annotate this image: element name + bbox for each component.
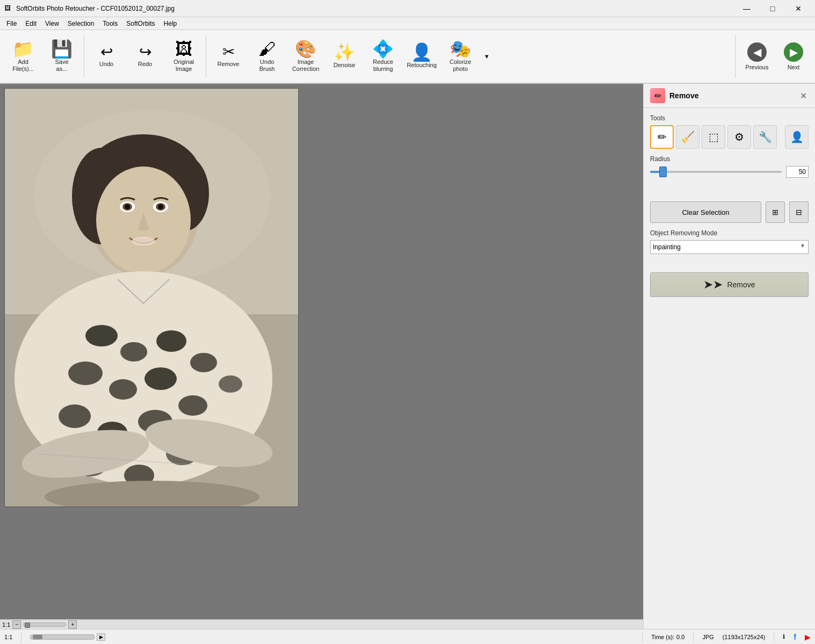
redo-label: Redo bbox=[138, 61, 152, 68]
toolbox-body: Tools ✏ 🧹 ⬚ ⚙ 🔧 👤 Radius bbox=[644, 108, 815, 303]
radius-row: 50 bbox=[650, 166, 809, 178]
tools-section-label: Tools bbox=[650, 114, 809, 122]
retouching-label: Retouching bbox=[407, 62, 437, 69]
more-tools-button[interactable]: ▼ bbox=[480, 33, 493, 80]
radius-input[interactable]: 50 bbox=[786, 166, 809, 178]
colorize-photo-button[interactable]: 🎭 Colorizephoto bbox=[442, 33, 479, 80]
undo-label: Undo bbox=[99, 61, 113, 68]
close-button[interactable]: ✕ bbox=[786, 0, 811, 17]
add-files-button[interactable]: 📁 AddFile(s)... bbox=[4, 33, 42, 80]
info-status[interactable]: ℹ bbox=[783, 633, 785, 640]
h-scrollbar-thumb[interactable] bbox=[33, 635, 42, 639]
maximize-button[interactable]: □ bbox=[760, 0, 785, 17]
zoom-slider-thumb[interactable] bbox=[25, 623, 30, 628]
svg-point-28 bbox=[178, 395, 207, 416]
denoise-label: Denoise bbox=[334, 62, 355, 69]
radius-slider[interactable] bbox=[650, 167, 782, 177]
menu-tools[interactable]: Tools bbox=[98, 18, 122, 30]
redo-button[interactable]: ↪ Redo bbox=[126, 33, 164, 80]
previous-icon: ◀ bbox=[747, 42, 767, 62]
zoom-slider-track[interactable] bbox=[23, 623, 66, 627]
zoom-value: 1:1 bbox=[2, 621, 10, 628]
toolbox-title-row: ✏ Remove bbox=[650, 88, 698, 103]
image-correction-button[interactable]: 🎨 ImageCorrection bbox=[287, 33, 324, 80]
menu-softorbits[interactable]: SoftOrbits bbox=[122, 18, 159, 30]
zoom-minus-button[interactable]: − bbox=[12, 620, 21, 629]
svg-point-25 bbox=[59, 404, 91, 428]
more-icon: ▼ bbox=[484, 53, 490, 60]
reduce-blurring-button[interactable]: 💠 Reduce blurring bbox=[364, 33, 402, 80]
dimensions-value: (1193x1725x24) bbox=[723, 634, 766, 640]
image-correction-label: ImageCorrection bbox=[292, 59, 320, 73]
svg-point-18 bbox=[85, 325, 118, 346]
remove-toolbar-icon: ✂ bbox=[222, 45, 235, 60]
canvas-scrollbar: 1:1 − + bbox=[0, 619, 643, 629]
main-area: 1:1 − + ✏ Remove ✕ Tools ✏ 🧹 bbox=[0, 84, 815, 629]
clear-selection-button[interactable]: Clear Selection bbox=[650, 201, 761, 223]
selection-tool-button[interactable]: ⬚ bbox=[702, 125, 725, 149]
original-image-button[interactable]: 🖼 OriginalImage bbox=[165, 33, 203, 80]
time-status: Time (s): 0.0 bbox=[651, 634, 684, 640]
retouching-icon: 👤 bbox=[411, 44, 432, 61]
canvas-area: 1:1 − + bbox=[0, 84, 643, 629]
time-label: Time (s): bbox=[651, 634, 674, 640]
svg-point-20 bbox=[156, 330, 186, 352]
previous-button[interactable]: ◀ Previous bbox=[740, 33, 774, 80]
slider-thumb[interactable] bbox=[659, 167, 667, 177]
mode-select[interactable]: Inpainting Clone Texture bbox=[650, 240, 809, 254]
denoise-button[interactable]: ✨ Denoise bbox=[326, 33, 363, 80]
scrollbar-status[interactable]: ▶ bbox=[30, 633, 633, 641]
eraser-tool-button[interactable]: 🧹 bbox=[676, 125, 699, 149]
radius-label: Radius bbox=[650, 155, 809, 163]
next-label: Next bbox=[788, 64, 800, 70]
remove-action-button[interactable]: ➤➤ Remove bbox=[650, 272, 809, 297]
slider-track bbox=[650, 171, 782, 173]
status-sep-1 bbox=[21, 632, 21, 642]
mode-section: Object Removing Mode Inpainting Clone Te… bbox=[650, 229, 809, 254]
svg-point-23 bbox=[145, 367, 177, 390]
remove-toolbar-button[interactable]: ✂ Remove bbox=[210, 33, 247, 80]
mode-select-wrap: Inpainting Clone Texture bbox=[650, 240, 809, 254]
svg-point-15 bbox=[132, 237, 155, 245]
svg-point-24 bbox=[190, 353, 217, 372]
wrench-tool-button[interactable]: 🔧 bbox=[753, 125, 777, 149]
info-icon: ℹ bbox=[783, 633, 785, 640]
menu-selection[interactable]: Selection bbox=[63, 18, 98, 30]
zoom-plus-button[interactable]: + bbox=[68, 620, 77, 629]
minimize-button[interactable]: — bbox=[734, 0, 759, 17]
title-bar: 🖼 SoftOrbits Photo Retoucher - CCF010520… bbox=[0, 0, 815, 17]
tools-section: Tools ✏ 🧹 ⬚ ⚙ 🔧 👤 bbox=[650, 114, 809, 149]
status-bar: 1:1 ▶ Time (s): 0.0 JPG (1193x1725x24) ℹ… bbox=[0, 629, 815, 644]
scroll-right-button[interactable]: ▶ bbox=[97, 633, 105, 641]
next-button[interactable]: ▶ Next bbox=[776, 33, 811, 80]
settings-tool-button[interactable]: ⚙ bbox=[727, 125, 751, 149]
svg-point-21 bbox=[68, 361, 103, 385]
original-image-label: OriginalImage bbox=[174, 59, 194, 73]
format-value: JPG bbox=[702, 634, 713, 640]
select-all-button[interactable]: ⊞ bbox=[766, 201, 785, 223]
undo-brush-button[interactable]: 🖌 UndoBrush bbox=[248, 33, 286, 80]
retouching-button[interactable]: 👤 Retouching bbox=[403, 33, 441, 80]
zoom-status-value: 1:1 bbox=[4, 634, 12, 640]
menu-edit[interactable]: Edit bbox=[21, 18, 41, 30]
person-tool-button[interactable]: 👤 bbox=[785, 125, 809, 149]
svg-point-14 bbox=[158, 204, 163, 209]
photo-container[interactable] bbox=[0, 84, 643, 619]
menu-file[interactable]: File bbox=[2, 18, 21, 30]
spacer-2 bbox=[650, 261, 809, 266]
add-files-icon: 📁 bbox=[12, 40, 34, 57]
social-facebook[interactable]: f bbox=[794, 633, 796, 641]
toolbar-separator-1 bbox=[84, 35, 84, 78]
menu-help[interactable]: Help bbox=[160, 18, 182, 30]
add-files-label: AddFile(s)... bbox=[12, 59, 34, 73]
toolbox-close-button[interactable]: ✕ bbox=[798, 90, 809, 101]
save-icon: 💾 bbox=[51, 40, 73, 57]
radius-section: Radius 50 bbox=[650, 155, 809, 178]
social-youtube[interactable]: ▶ bbox=[805, 633, 811, 641]
pencil-tool-button[interactable]: ✏ bbox=[650, 125, 674, 149]
save-as-button[interactable]: 💾 Saveas... bbox=[43, 33, 81, 80]
menu-view[interactable]: View bbox=[41, 18, 63, 30]
undo-button[interactable]: ↩ Undo bbox=[88, 33, 125, 80]
h-scrollbar[interactable] bbox=[30, 634, 95, 640]
invert-selection-button[interactable]: ⊟ bbox=[789, 201, 809, 223]
